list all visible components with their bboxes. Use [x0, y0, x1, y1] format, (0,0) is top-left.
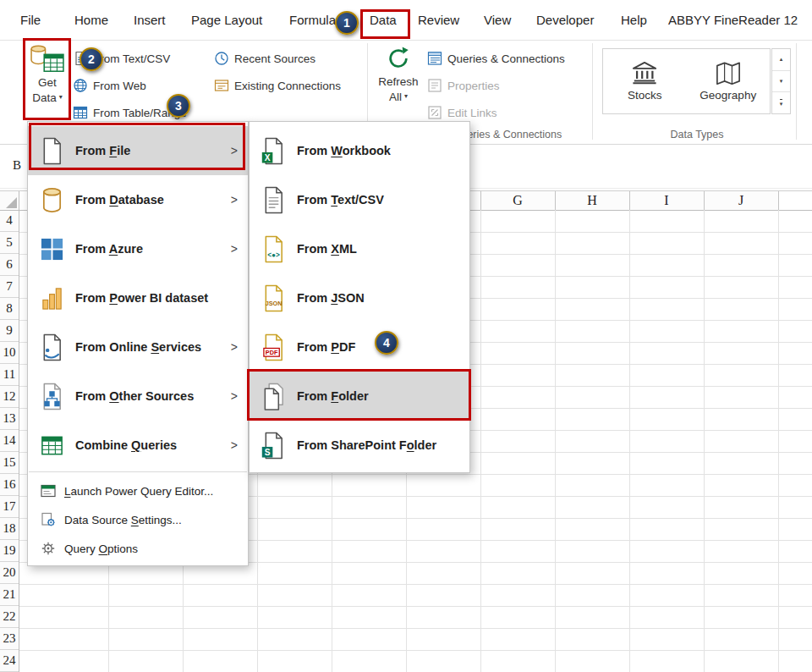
row-header-8[interactable]: 8 [0, 298, 19, 320]
row-header-19[interactable]: 19 [0, 540, 19, 562]
tab-view[interactable]: View [484, 0, 511, 39]
row-header-14[interactable]: 14 [0, 430, 19, 452]
submenu-item-label: From XML [297, 242, 357, 256]
menu-item-label: Data Source Settings... [64, 514, 182, 526]
menu-item-from-azure[interactable]: From Azure> [28, 224, 248, 273]
queries-connections-icon [427, 51, 442, 66]
combine-queries-icon [40, 432, 64, 460]
row-header-23[interactable]: 23 [0, 628, 19, 650]
menu-item-from-database[interactable]: From Database> [28, 175, 248, 224]
data-type-geography[interactable]: Geography [687, 49, 771, 113]
other-sources-icon [40, 383, 64, 410]
menu-item-data-source-settings[interactable]: Data Source Settings... [28, 505, 248, 534]
menu-item-label: From Power BI dataset [75, 291, 208, 305]
refresh-all-button[interactable]: Refresh All▾ [373, 44, 424, 104]
submenu-item-from-text-csv[interactable]: From Text/CSV [250, 175, 469, 224]
get-data-menu: From File>From Database>From Azure>From … [27, 121, 249, 566]
ribbon-item-label: Existing Connections [234, 80, 341, 92]
row-header-20[interactable]: 20 [0, 562, 19, 584]
xml-icon: <●> [261, 235, 286, 263]
column-header-i[interactable]: I [629, 191, 704, 210]
gallery-up-icon[interactable]: ▴ [772, 49, 790, 71]
tab-insert[interactable]: Insert [134, 0, 166, 39]
row-header-5[interactable]: 5 [0, 232, 19, 254]
group-separator [796, 43, 797, 140]
row-header-24[interactable]: 24 [0, 650, 19, 672]
menu-item-from-power-bi-dataset[interactable]: From Power BI dataset [28, 273, 248, 322]
row-header-15[interactable]: 15 [0, 452, 19, 474]
text-file-icon [261, 186, 286, 214]
tab-page-layout[interactable]: Page Layout [191, 0, 262, 39]
stocks-icon [630, 61, 659, 86]
submenu-item-from-xml[interactable]: <●>From XML [250, 224, 469, 273]
data-source-settings-icon [41, 512, 56, 527]
row-header-12[interactable]: 12 [0, 386, 19, 408]
grid-line [704, 191, 705, 210]
row-header-22[interactable]: 22 [0, 606, 19, 628]
edit-links-icon [427, 105, 442, 120]
column-header-h[interactable]: H [555, 191, 629, 210]
online-services-icon [40, 333, 64, 361]
row-header-7[interactable]: 7 [0, 276, 19, 298]
ribbon-item-label: Properties [447, 80, 500, 92]
column-header-g[interactable]: G [480, 191, 555, 210]
gallery-scrollbar: ▴▾▾ [771, 48, 791, 114]
column-header-j[interactable]: J [704, 191, 778, 210]
ribbon-item-properties: Properties [427, 76, 500, 95]
menu-item-combine-queries[interactable]: Combine Queries> [28, 421, 248, 470]
tab-help[interactable]: Help [621, 0, 647, 39]
menu-item-query-options[interactable]: Query Options [28, 534, 248, 563]
gallery-down-icon[interactable]: ▾ [772, 71, 790, 93]
tab-home[interactable]: Home [74, 0, 108, 39]
row-header-18[interactable]: 18 [0, 518, 19, 540]
excel-window: FileHomeInsertPage LayoutFormulasDataRev… [0, 0, 812, 672]
tab-abbyy-finereader-12[interactable]: ABBYY FineReader 12 [668, 0, 798, 39]
highlight-box-data-tab [360, 9, 410, 39]
step-badge-3: 3 [167, 94, 190, 118]
properties-icon [427, 78, 442, 93]
geography-icon [714, 61, 743, 86]
tab-developer[interactable]: Developer [536, 0, 594, 39]
query-options-icon [41, 541, 56, 556]
ribbon-item-recent-sources[interactable]: Recent Sources [214, 49, 315, 68]
submenu-item-label: From JSON [297, 291, 365, 305]
ribbon-item-label: Queries & Connections [447, 52, 565, 65]
ribbon-item-label: Recent Sources [234, 52, 315, 65]
row-header-17[interactable]: 17 [0, 496, 19, 518]
ribbon-item-queries-connections[interactable]: Queries & Connections [427, 49, 565, 68]
row-header-4[interactable]: 4 [0, 210, 19, 232]
ribbon-item-edit-links: Edit Links [427, 103, 497, 122]
data-type-stocks[interactable]: Stocks [603, 49, 687, 113]
menu-item-from-other-sources[interactable]: From Other Sources> [28, 372, 248, 421]
data-type-label: Geography [700, 89, 756, 102]
grid-line [555, 191, 556, 672]
ribbon-item-from-web[interactable]: From Web [73, 76, 146, 95]
select-all-corner[interactable] [0, 191, 19, 210]
submenu-item-from-json[interactable]: JSONFrom JSON [250, 273, 469, 322]
row-header-6[interactable]: 6 [0, 254, 19, 276]
row-header-16[interactable]: 16 [0, 474, 19, 496]
workbook-icon: X [261, 137, 286, 165]
tab-file[interactable]: File [20, 0, 41, 39]
row-header-11[interactable]: 11 [0, 364, 19, 386]
row-header-13[interactable]: 13 [0, 408, 19, 430]
submenu-item-from-workbook[interactable]: XFrom Workbook [250, 126, 469, 175]
grid-line [629, 191, 630, 672]
gallery-more-icon[interactable]: ▾ [772, 92, 790, 113]
data-type-label: Stocks [628, 89, 662, 102]
menu-item-launch-power-query-editor[interactable]: Launch Power Query Editor... [28, 476, 248, 505]
submenu-item-from-sharepoint-folder[interactable]: SFrom SharePoint Folder [250, 421, 469, 470]
ribbon-item-existing-connections[interactable]: Existing Connections [214, 76, 341, 95]
dropdown-caret-icon: ▾ [404, 92, 408, 101]
tab-review[interactable]: Review [418, 0, 459, 39]
submenu-item-from-pdf[interactable]: PDFFrom PDF [250, 322, 469, 372]
menu-item-from-online-services[interactable]: From Online Services> [28, 322, 248, 372]
row-header-10[interactable]: 10 [0, 342, 19, 364]
table-range-icon [73, 105, 88, 120]
menu-separator [29, 471, 247, 472]
row-header-21[interactable]: 21 [0, 584, 19, 606]
submenu-chevron-icon: > [231, 389, 238, 403]
power-bi-icon [40, 284, 64, 312]
row-header-9[interactable]: 9 [0, 320, 19, 342]
tab-formulas[interactable]: Formulas [289, 0, 343, 39]
